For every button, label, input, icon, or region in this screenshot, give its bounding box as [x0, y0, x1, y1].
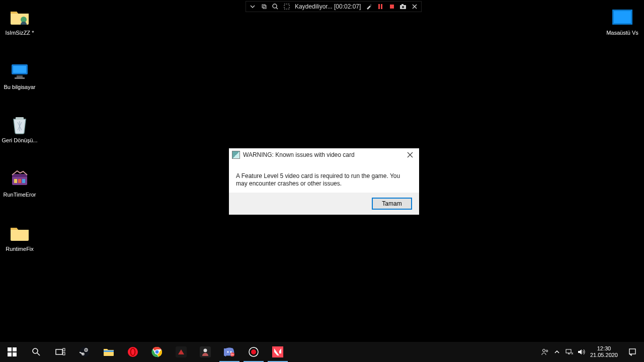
svg-rect-26	[13, 352, 17, 356]
recorder-draw-icon[interactable]	[364, 2, 373, 11]
svg-rect-13	[262, 5, 265, 8]
dialog-titlebar[interactable]: WARNING: Known issues with video card	[229, 148, 419, 161]
dialog-button-row: Tamam	[229, 193, 419, 215]
recorder-magnify-icon[interactable]	[271, 2, 280, 11]
tray-chevron-up-icon[interactable]	[551, 342, 563, 362]
close-icon	[407, 152, 413, 158]
tray-volume-icon[interactable]	[575, 342, 587, 362]
taskbar-left: 9+	[0, 342, 290, 362]
recorder-timecode: [00:02:07]	[334, 3, 361, 10]
search-button[interactable]	[24, 342, 48, 362]
recorder-copy-icon[interactable]	[260, 2, 269, 11]
computer-icon	[10, 61, 30, 81]
tray-time: 12:30	[590, 345, 618, 352]
desktop-icon-label: Masaüstü Vs	[603, 29, 642, 36]
svg-point-33	[86, 349, 87, 351]
svg-rect-21	[401, 4, 404, 6]
desktop-icon-label: RunTimeEror	[0, 191, 39, 198]
svg-rect-4	[15, 77, 25, 79]
recorder-status-text: Kaydediliyor...	[295, 3, 333, 10]
dialog-ok-button[interactable]: Tamam	[372, 198, 412, 210]
svg-point-22	[402, 6, 404, 8]
svg-rect-29	[63, 348, 65, 351]
blue-app-icon	[612, 7, 632, 27]
task-view-button[interactable]	[48, 342, 72, 362]
svg-rect-28	[56, 349, 62, 354]
recorder-dropdown-icon[interactable]	[248, 2, 257, 11]
start-button[interactable]	[0, 342, 24, 362]
svg-point-50	[251, 349, 256, 354]
recorder-stop-icon[interactable]	[387, 2, 396, 11]
svg-point-44	[204, 349, 207, 352]
taskbar-app-valorant[interactable]	[266, 342, 290, 362]
svg-rect-3	[17, 75, 23, 77]
tray-network-icon[interactable]	[563, 342, 575, 362]
dialog-app-icon	[232, 151, 240, 159]
desktop-icon-runtime-error[interactable]: RunTimeEror	[0, 169, 39, 198]
desktop-icon-this-pc[interactable]: Bu bilgisayar	[0, 61, 39, 90]
svg-rect-19	[390, 5, 394, 9]
taskbar-app-discord[interactable]: 9+	[217, 342, 242, 362]
folder-icon	[10, 223, 30, 243]
taskbar-app-generic-dark[interactable]	[169, 342, 193, 362]
svg-point-45	[227, 351, 228, 352]
dialog-message: A Feature Level 5 video card is required…	[236, 172, 412, 188]
svg-text:9+: 9+	[231, 353, 234, 356]
search-icon	[32, 347, 41, 356]
taskbar-spacer	[290, 342, 539, 362]
recorder-region-icon[interactable]	[282, 2, 291, 11]
tray-clock[interactable]: 12:30 21.05.2020	[587, 345, 621, 358]
tray-notifications[interactable]	[621, 348, 644, 356]
svg-point-38	[131, 349, 135, 355]
svg-point-52	[542, 349, 545, 352]
svg-rect-18	[381, 4, 382, 9]
recorder-pause-icon[interactable]	[376, 2, 385, 11]
chrome-icon	[151, 346, 163, 357]
dialog-close-button[interactable]	[401, 148, 419, 161]
taskbar-app-recorder[interactable]	[242, 342, 266, 362]
folder-user-icon	[10, 7, 30, 27]
desktop-icon-user-folder[interactable]: IsImSizZZ *	[0, 7, 39, 36]
desktop-icon-label: RuntimeFix	[0, 245, 39, 252]
svg-point-31	[79, 347, 90, 357]
svg-rect-9	[18, 179, 21, 183]
recorder-status: Kaydediliyor... [00:02:07]	[295, 3, 361, 10]
taskbar-app-opera[interactable]	[121, 342, 145, 362]
desktop-icon-masaustu[interactable]: Masaüstü Vs	[603, 7, 642, 36]
taskbar-app-game[interactable]	[193, 342, 217, 362]
svg-rect-30	[63, 352, 65, 355]
opera-icon	[127, 346, 138, 357]
task-view-icon	[55, 348, 65, 356]
desktop-icon-label: IsImSizZZ *	[0, 29, 39, 36]
windows-icon	[8, 347, 17, 356]
svg-point-27	[33, 348, 38, 353]
file-explorer-icon	[103, 347, 114, 356]
svg-rect-24	[13, 347, 17, 351]
svg-rect-51	[272, 346, 283, 357]
taskbar-app-chrome[interactable]	[145, 342, 169, 362]
svg-point-53	[546, 350, 548, 352]
recorder-camera-icon[interactable]	[399, 2, 408, 11]
valorant-icon	[272, 346, 283, 357]
discord-icon: 9+	[224, 347, 235, 356]
system-tray: 12:30 21.05.2020	[539, 342, 644, 362]
taskbar-app-explorer[interactable]	[97, 342, 121, 362]
recording-toolbar: Kaydediliyor... [00:02:07]	[246, 1, 422, 12]
svg-point-15	[273, 4, 277, 8]
desktop-icon-label: Geri Dönüşü...	[0, 137, 39, 144]
steam-icon	[79, 346, 90, 357]
taskbar-app-steam[interactable]	[72, 342, 97, 362]
tray-people-icon[interactable]	[539, 342, 551, 362]
desktop-icon-label: Bu bilgisayar	[0, 83, 39, 90]
recorder-close-icon[interactable]	[410, 2, 419, 11]
svg-rect-7	[12, 174, 27, 177]
winrar-icon	[10, 169, 30, 189]
desktop-icon-recycle-bin[interactable]: Geri Dönüşü...	[0, 115, 39, 144]
notification-icon	[628, 348, 636, 356]
svg-rect-35	[104, 350, 114, 352]
dialog-title: WARNING: Known issues with video card	[243, 151, 401, 158]
svg-rect-8	[14, 179, 17, 183]
desktop-icon-runtime-fix[interactable]: RuntimeFix	[0, 223, 39, 252]
svg-rect-14	[263, 6, 266, 9]
game-app-icon	[200, 346, 211, 357]
